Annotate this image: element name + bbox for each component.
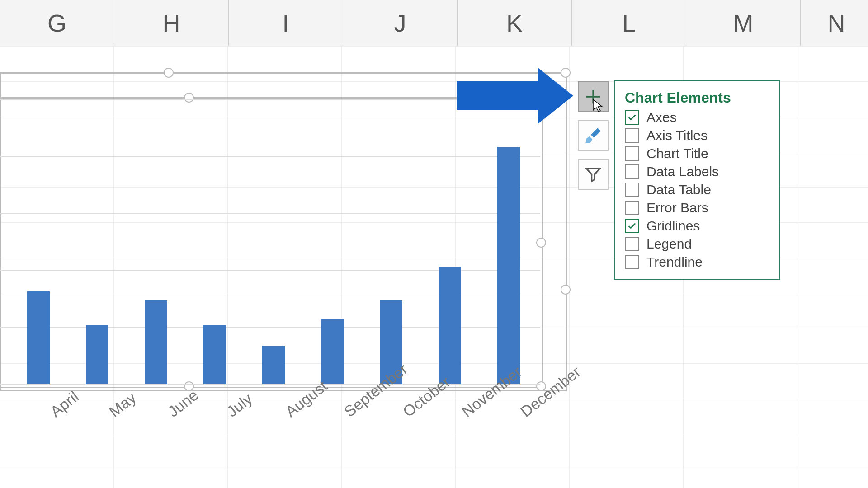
column-header[interactable]: K [458, 0, 572, 46]
selection-handle[interactable] [164, 68, 174, 78]
column-header[interactable]: L [572, 0, 686, 46]
bar[interactable] [262, 346, 285, 384]
checkbox[interactable] [625, 110, 639, 125]
bar[interactable] [145, 300, 167, 384]
chart-element-option-label: Chart Title [646, 146, 708, 161]
funnel-icon [584, 165, 602, 183]
chart-element-option-label: Gridlines [646, 218, 700, 234]
plus-icon [584, 88, 602, 106]
checkbox[interactable] [625, 255, 639, 269]
chart-element-option[interactable]: Error Bars [625, 200, 769, 216]
chart-element-option[interactable]: Axis Titles [625, 128, 769, 143]
checkbox[interactable] [625, 183, 639, 197]
chart-elements-panel[interactable]: Chart Elements AxesAxis TitlesChart Titl… [614, 80, 780, 280]
checkbox[interactable] [625, 201, 639, 215]
checkbox[interactable] [625, 219, 639, 233]
column-header[interactable]: N [801, 0, 868, 46]
column-header-row: GHIJKLMN [0, 0, 868, 46]
bar[interactable] [321, 319, 344, 384]
column-header[interactable]: J [343, 0, 458, 46]
column-header[interactable]: M [686, 0, 801, 46]
chart-element-option[interactable]: Gridlines [625, 218, 769, 234]
chart-object[interactable]: AprilMayJuneJulyAugustSeptemberOctoberNo… [0, 72, 567, 459]
checkbox[interactable] [625, 164, 639, 179]
chart-element-option-label: Trendline [646, 254, 703, 270]
bar[interactable] [86, 325, 108, 384]
bar[interactable] [203, 325, 226, 384]
chart-element-option-label: Axes [646, 110, 677, 125]
checkbox[interactable] [625, 237, 639, 251]
column-header[interactable]: G [0, 0, 114, 46]
x-axis-label: April [47, 388, 82, 421]
column-header[interactable]: H [114, 0, 229, 46]
chart-element-option[interactable]: Chart Title [625, 146, 769, 161]
chart-element-option-label: Legend [646, 236, 692, 252]
plot-area[interactable] [0, 99, 540, 384]
chart-styles-button[interactable] [578, 120, 609, 151]
bar[interactable] [27, 291, 50, 384]
chart-elements-title: Chart Elements [625, 89, 769, 106]
chart-element-option-label: Axis Titles [646, 128, 708, 143]
selection-handle[interactable] [561, 68, 571, 78]
brush-icon [584, 127, 602, 145]
x-axis-label: June [165, 386, 202, 421]
chart-element-option-label: Error Bars [646, 200, 708, 216]
chart-element-option[interactable]: Trendline [625, 254, 769, 270]
checkbox[interactable] [625, 128, 639, 143]
x-axis-labels: AprilMayJuneJulyAugustSeptemberOctoberNo… [0, 389, 556, 465]
x-axis-label: July [223, 390, 256, 421]
checkbox[interactable] [625, 146, 639, 161]
chart-element-option[interactable]: Data Table [625, 182, 769, 197]
chart-elements-button[interactable] [578, 81, 609, 112]
column-header[interactable]: I [229, 0, 343, 46]
chart-element-option-label: Data Table [646, 182, 711, 197]
chart-element-option[interactable]: Axes [625, 110, 769, 125]
selection-handle[interactable] [561, 285, 571, 295]
bar[interactable] [439, 267, 461, 384]
x-axis-label: May [106, 389, 140, 420]
chart-element-option[interactable]: Data Labels [625, 164, 769, 179]
chart-filters-button[interactable] [578, 159, 609, 190]
chart-element-option-label: Data Labels [646, 164, 719, 179]
chart-element-option[interactable]: Legend [625, 236, 769, 252]
bar[interactable] [497, 147, 520, 384]
